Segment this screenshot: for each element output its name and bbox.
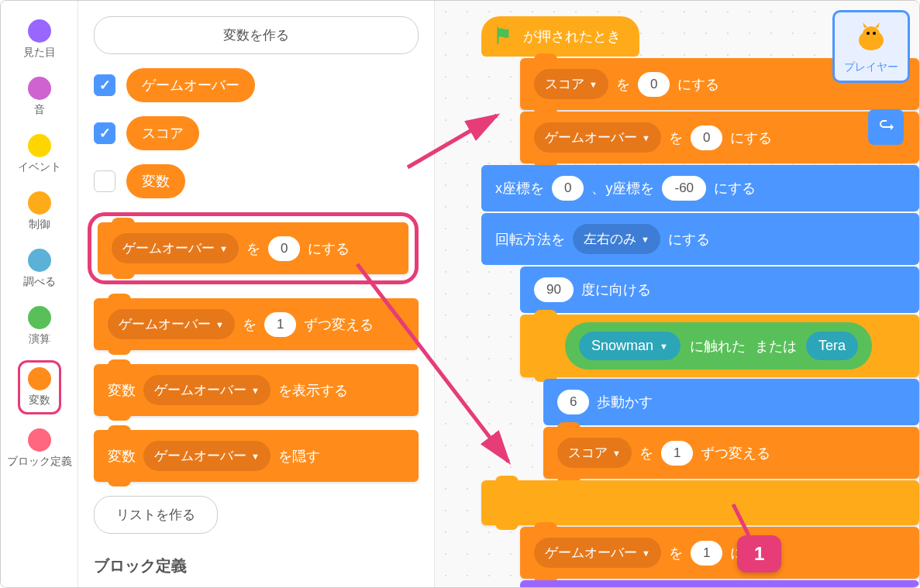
sprite-name: プレイヤー [844,60,898,74]
touching-tera[interactable]: Tera [806,332,858,360]
variable-row-score: ✓ スコア [94,116,419,150]
svg-point-2 [867,32,870,35]
svg-point-3 [873,32,876,35]
chevron-down-icon: ▼ [251,386,260,395]
checkbox-hensuu[interactable] [94,170,115,192]
block-change-score[interactable]: スコア▼ を 1 ずつ変える [543,427,919,479]
y-input[interactable]: -60 [662,176,706,201]
rotation-dropdown[interactable]: 左右のみ▼ [573,224,660,254]
category-operators[interactable]: 演算 [25,303,54,349]
block-goto-xy[interactable]: x座標を 0 、y座標を -60 にする [481,165,919,211]
value-input[interactable]: 0 [691,126,722,150]
category-events[interactable]: イベント [15,131,64,177]
chevron-down-icon: ▼ [215,320,224,329]
make-list-button[interactable]: リストを作る [94,496,218,534]
block-show-variable[interactable]: 変数 ゲームオーバー▼ を表示する [94,364,419,416]
block-set-variable[interactable]: ゲームオーバー▼ を 0 にする [98,222,408,274]
redo-button[interactable] [868,109,904,145]
chevron-down-icon: ▼ [612,449,621,458]
category-control[interactable]: 制御 [25,188,54,235]
category-sound[interactable]: 音 [25,74,54,120]
check-icon: ✓ [99,125,111,142]
chevron-down-icon: ▼ [642,548,650,558]
category-myblocks[interactable]: ブロック定義 [4,425,75,472]
variable-pill[interactable]: ゲームオーバー [126,68,255,102]
block-when-flag-clicked[interactable]: が押されたとき [481,16,639,57]
value-input[interactable]: 0 [268,236,300,261]
value-input[interactable]: 1 [691,541,722,566]
variable-dropdown[interactable]: ゲームオーバー▼ [534,122,661,153]
variable-dropdown[interactable]: スコア▼ [557,438,632,468]
chevron-down-icon: ▼ [251,452,260,461]
checkbox-gameover[interactable]: ✓ [94,74,115,96]
touching-snowman[interactable]: Snowman▼ [579,332,681,360]
block-set-gameover-1[interactable]: ゲームオーバー▼ を 1 にする [520,527,919,579]
callout-badge-1: 1 [737,535,781,573]
block-point-direction[interactable]: 90 度に向ける [520,266,919,313]
value-input[interactable]: 0 [638,72,670,97]
degrees-input[interactable]: 90 [534,277,574,302]
block-move-steps[interactable]: 6 歩動かす [543,379,919,425]
checkbox-score[interactable]: ✓ [94,122,115,144]
variable-row-hensuu: 変数 [94,164,419,198]
script-stack: が押されたとき スコア▼ を 0 にする ゲームオーバー▼ を 0 にする x座… [481,16,919,588]
variable-pill[interactable]: スコア [126,116,199,150]
x-input[interactable]: 0 [552,176,584,201]
redo-icon [877,118,895,136]
make-variable-button[interactable]: 変数を作る [94,16,419,54]
block-palette: 変数を作る ✓ ゲームオーバー ✓ スコア 変数 ゲームオーバー▼ を 0 にす… [78,1,435,587]
variable-dropdown[interactable]: ゲームオーバー▼ [112,233,239,263]
block-hide-variable[interactable]: 変数 ゲームオーバー▼ を隠す [94,430,419,482]
chevron-down-icon: ▼ [641,235,650,244]
block-change-variable[interactable]: ゲームオーバー▼ を 1 ずつ変える [94,298,419,350]
svg-point-1 [863,26,880,42]
variable-pill[interactable]: 変数 [126,164,185,198]
section-title-myblocks: ブロック定義 [94,555,419,576]
cat-sprite-icon [852,19,891,57]
variable-dropdown[interactable]: スコア▼ [534,69,608,99]
block-rotation-style[interactable]: 回転方法を 左右のみ▼ にする [481,213,919,265]
category-variables[interactable]: 変数 [18,360,61,414]
variable-dropdown[interactable]: ゲームオーバー▼ [108,309,235,339]
block-set-gameover[interactable]: ゲームオーバー▼ を 0 にする [520,112,919,163]
variable-dropdown[interactable]: ゲームオーバー▼ [143,375,270,405]
script-area[interactable]: が押されたとき スコア▼ を 0 にする ゲームオーバー▼ を 0 にする x座… [435,1,919,587]
category-sensing[interactable]: 調べる [20,246,59,292]
highlighted-block-container: ゲームオーバー▼ を 0 にする [88,212,419,284]
chevron-down-icon: ▼ [219,244,228,253]
value-input[interactable]: 1 [264,312,296,337]
sprite-thumbnail[interactable]: プレイヤー [832,10,910,83]
chevron-down-icon: ▼ [660,342,668,351]
variable-dropdown[interactable]: ゲームオーバー▼ [143,441,270,471]
block-say[interactable]: ゲームオーバー と言う [520,580,919,588]
chevron-down-icon: ▼ [589,80,598,89]
category-sidebar: 見た目 音 イベント 制御 調べる 演算 変数 ブロック定義 [1,1,78,587]
value-input[interactable]: 1 [661,441,693,466]
check-icon: ✓ [99,77,111,94]
category-looks[interactable]: 見た目 [20,16,59,63]
steps-input[interactable]: 6 [557,390,589,414]
block-control-wrapper[interactable]: Snowman▼ に触れた または Tera [520,315,919,377]
variable-row-gameover: ✓ ゲームオーバー [94,68,419,102]
block-control-spacer[interactable] [481,480,919,525]
variable-dropdown[interactable]: ゲームオーバー▼ [534,538,661,568]
chevron-down-icon: ▼ [642,133,650,143]
operator-or[interactable]: Snowman▼ に触れた または Tera [565,322,872,370]
green-flag-icon [494,26,514,46]
